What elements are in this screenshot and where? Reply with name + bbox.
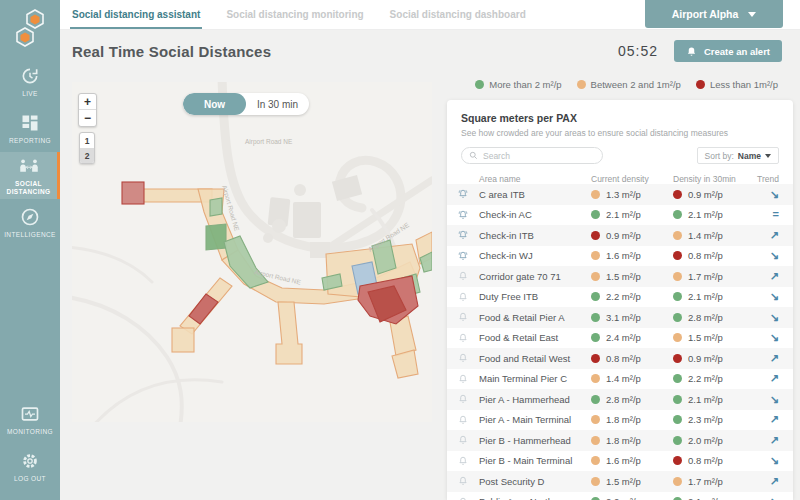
sort-dropdown[interactable]: Sort by: Name — [697, 147, 779, 164]
sidebar-item-log-out[interactable]: LOG OUT — [0, 443, 60, 490]
zoom-out-button[interactable]: − — [79, 110, 96, 126]
search-input[interactable] — [483, 151, 595, 161]
density-dot — [673, 374, 682, 383]
table-row-food-retail-pier-a[interactable]: Food & Retail Pier A 3.1 m²/p 2.8 m²/p ↘ — [447, 307, 793, 328]
table-row-main-terminal-pier-c[interactable]: Main Terminal Pier C 1.4 m²/p 2.2 m²/p ↗ — [447, 369, 793, 390]
area-name: Pier A - Main Terminal — [479, 414, 583, 425]
tab-social-distancing-monitoring[interactable]: Social distancing monitoring — [224, 0, 365, 29]
social-distancing-icon — [18, 155, 40, 177]
current-density: 1.8 m²/p — [591, 435, 665, 446]
area-name: Food & Retail Pier A — [479, 312, 583, 323]
trend-arrow-icon: ↘ — [755, 332, 779, 343]
alert-bell-icon[interactable] — [457, 414, 469, 426]
current-density: 2.4 m²/p — [591, 332, 665, 343]
sidebar-item-reporting[interactable]: REPORTING — [0, 105, 60, 152]
table-row-check-in-wj[interactable]: Check-in WJ 1.6 m²/p 0.8 m²/p ↘ — [447, 246, 793, 267]
col-density-30min: Density in 30min — [673, 174, 747, 184]
alert-bell-icon[interactable] — [457, 455, 469, 467]
alert-bell-icon[interactable] — [457, 373, 469, 385]
area-name: Check-in AC — [479, 209, 583, 220]
trend-arrow-icon: ↘ — [755, 312, 779, 323]
toggle-in-30-min[interactable]: In 30 min — [246, 93, 309, 115]
time-toggle: Now In 30 min — [183, 93, 309, 115]
density-dot — [591, 251, 600, 260]
alert-bell-icon[interactable] — [457, 311, 469, 323]
alert-bell-icon[interactable] — [457, 393, 469, 405]
floor-1-button[interactable]: 1 — [80, 133, 94, 148]
alert-bell-active-icon[interactable] — [457, 209, 469, 221]
sidebar-item-monitoring[interactable]: MONITORING — [0, 396, 60, 443]
floor-2-button[interactable]: 2 — [80, 148, 94, 163]
search-icon — [469, 151, 478, 160]
density-dot — [591, 272, 600, 281]
density-dot — [591, 210, 600, 219]
trend-arrow-icon: = — [755, 209, 779, 220]
current-density: 1.6 m²/p — [591, 250, 665, 261]
table-row-c-area-itb[interactable]: C area ITB 1.3 m²/p 0.9 m²/p ↘ — [447, 184, 793, 205]
alert-bell-icon[interactable] — [457, 475, 469, 487]
alert-bell-icon[interactable] — [457, 434, 469, 446]
table-row-check-in-itb[interactable]: Check-in ITB 0.9 m²/p 1.4 m²/p ↗ — [447, 225, 793, 246]
current-density: 1.3 m²/p — [591, 189, 665, 200]
density-dot — [591, 313, 600, 322]
current-density: 1.6 m²/p — [591, 455, 665, 466]
density-dot — [673, 436, 682, 445]
table-row-check-in-ac[interactable]: Check-in AC 2.1 m²/p 2.1 m²/p = — [447, 205, 793, 226]
col-trend: Trend — [755, 174, 779, 184]
alert-bell-active-icon[interactable] — [457, 188, 469, 200]
table-row-public-area-north[interactable]: Public Area North 2.2 m²/p 2.1 m²/p ↘ — [447, 492, 793, 500]
panel-subtitle: See how crowded are your areas to ensure… — [461, 128, 779, 138]
legend-dot — [696, 80, 705, 89]
toggle-now[interactable]: Now — [183, 93, 246, 115]
density-in-30min: 2.3 m²/p — [673, 414, 747, 425]
density-in-30min: 2.1 m²/p — [673, 496, 747, 500]
table-row-pier-a-main-terminal[interactable]: Pier A - Main Terminal 1.8 m²/p 2.3 m²/p… — [447, 410, 793, 431]
current-density: 2.1 m²/p — [591, 209, 665, 220]
table-row-pier-b-main-terminal[interactable]: Pier B - Main Terminal 1.6 m²/p 0.8 m²/p… — [447, 451, 793, 472]
density-in-30min: 0.8 m²/p — [673, 455, 747, 466]
zoom-in-button[interactable]: + — [79, 94, 96, 110]
create-alert-button[interactable]: Create an alert — [674, 40, 782, 62]
sidebar-item-intelligence[interactable]: INTELLIGENCE — [0, 199, 60, 246]
top-tabs: Social distancing assistantSocial distan… — [60, 0, 550, 29]
site-selector-label: Airport Alpha — [672, 8, 739, 20]
alert-bell-icon[interactable] — [457, 496, 469, 500]
site-selector-button[interactable]: Airport Alpha — [645, 0, 783, 28]
page-header-actions: 05:52 Create an alert — [618, 40, 782, 62]
sidebar-item-live[interactable]: LIVE — [0, 58, 60, 105]
trend-arrow-icon: ↘ — [755, 394, 779, 405]
alert-bell-active-icon[interactable] — [457, 229, 469, 241]
table-row-food-retail-east[interactable]: Food & Retail East 2.4 m²/p 1.5 m²/p ↘ — [447, 328, 793, 349]
tab-social-distancing-dashboard[interactable]: Social distancing dashboard — [388, 0, 528, 29]
density-dot — [673, 333, 682, 342]
trend-arrow-icon: ↘ — [755, 496, 779, 500]
alert-bell-icon[interactable] — [457, 332, 469, 344]
table-row-corridor-gate-70-71[interactable]: Corridor gate 70 71 1.5 m²/p 1.7 m²/p ↗ — [447, 266, 793, 287]
app-logo[interactable] — [0, 0, 60, 58]
legend-item: More than 2 m²/p — [475, 79, 561, 90]
tab-social-distancing-assistant[interactable]: Social distancing assistant — [70, 0, 202, 29]
table-row-pier-b-hammerhead[interactable]: Pier B - Hammerhead 1.8 m²/p 2.0 m²/p ↗ — [447, 430, 793, 451]
alert-bell-icon[interactable] — [457, 270, 469, 282]
terminal-map[interactable]: Airport Road NE Airport Road NE Airport … — [72, 82, 432, 422]
alert-bell-icon[interactable] — [457, 291, 469, 303]
alert-bell-icon[interactable] — [457, 352, 469, 364]
current-density: 0.9 m²/p — [591, 230, 665, 241]
trend-arrow-icon: ↗ — [755, 435, 779, 446]
alert-bell-active-icon[interactable] — [457, 250, 469, 262]
page-header: Real Time Social Distances 05:52 Create … — [60, 30, 800, 72]
sidebar-item-social-distancing[interactable]: SOCIAL DISTANCING — [0, 152, 60, 199]
table-row-pier-a-hammerhead[interactable]: Pier A - Hammerhead 2.8 m²/p 2.1 m²/p ↘ — [447, 389, 793, 410]
density-dot — [591, 456, 600, 465]
chevron-down-icon — [765, 154, 771, 158]
table-row-food-and-retail-west[interactable]: Food and Retail West 0.8 m²/p 0.9 m²/p ↗ — [447, 348, 793, 369]
area-name: C area ITB — [479, 189, 583, 200]
hexagon-logo-icon — [11, 7, 49, 51]
table-row-duty-free-itb[interactable]: Duty Free ITB 2.2 m²/p 2.1 m²/p ↘ — [447, 287, 793, 308]
area-name: Duty Free ITB — [479, 291, 583, 302]
current-density: 1.5 m²/p — [591, 271, 665, 282]
density-dot — [673, 395, 682, 404]
density-dot — [673, 251, 682, 260]
table-row-post-security-d[interactable]: Post Security D 1.5 m²/p 1.7 m²/p ↗ — [447, 471, 793, 492]
area-name: Main Terminal Pier C — [479, 373, 583, 384]
